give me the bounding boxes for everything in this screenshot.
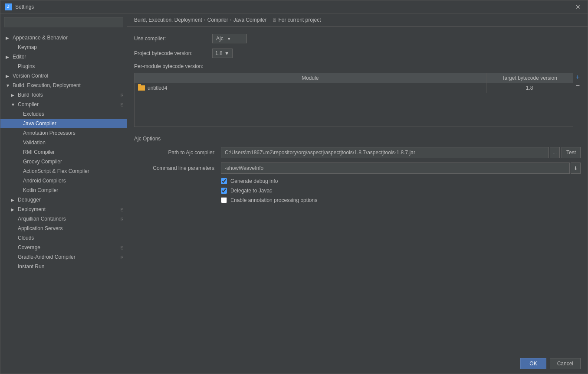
checkbox-label-enable-annotation: Enable annotation processing options: [230, 197, 317, 203]
sidebar-item-java-compiler[interactable]: Java Compiler: [0, 119, 127, 128]
sidebar-item-application-servers[interactable]: Application Servers: [0, 224, 127, 233]
sidebar-item-label: Annotation Processors: [23, 130, 76, 136]
insert-icon: ⬇: [574, 166, 578, 171]
breadcrumb-part3: Java Compiler: [233, 17, 267, 23]
sidebar-item-kotlin-compiler[interactable]: Kotlin Compiler: [0, 185, 127, 195]
sidebar-item-label: Appearance & Behavior: [13, 35, 68, 41]
checkbox-generate-debug[interactable]: [221, 178, 227, 184]
nav-arrow: ▼: [6, 83, 11, 88]
sidebar-item-label: Version Control: [13, 73, 48, 79]
sidebar-item-label: Deployment: [18, 206, 46, 212]
checkbox-delegate-javac[interactable]: [221, 188, 227, 194]
sidebar-item-label: Arquillian Containers: [18, 216, 66, 222]
sidebar-item-label: Java Compiler: [23, 120, 56, 127]
test-button[interactable]: Test: [562, 147, 581, 158]
remove-module-button[interactable]: −: [575, 81, 581, 90]
sidebar-item-arquillian-containers[interactable]: Arquillian Containers⎘: [0, 214, 127, 224]
sidebar-item-label: Compiler: [18, 101, 39, 107]
bytecode-version-select[interactable]: 1.8 ▼: [212, 49, 233, 58]
sidebar-item-actionscript-flex-compiler[interactable]: ActionScript & Flex Compiler: [0, 166, 127, 176]
close-button[interactable]: ✕: [573, 3, 583, 11]
ajc-path-input[interactable]: [221, 147, 549, 158]
checkbox-row-delegate-javac: Delegate to Javac: [134, 188, 581, 194]
ok-button[interactable]: OK: [520, 358, 546, 369]
project-icon: 🖥: [272, 17, 276, 23]
sidebar-item-debugger[interactable]: ▶Debugger: [0, 195, 127, 205]
cmdline-row: Command line parameters: ⬇: [134, 163, 581, 174]
ajc-path-label: Path to Ajc compiler:: [134, 150, 221, 156]
folder-icon: [138, 85, 145, 91]
nav-arrow: ▼: [11, 102, 16, 107]
nav-tree: ▶Appearance & BehaviorKeymap▶EditorPlugi…: [0, 31, 127, 353]
breadcrumb-sep2: ›: [230, 17, 232, 23]
sidebar-item-keymap[interactable]: Keymap: [0, 42, 127, 52]
sidebar-item-instant-run[interactable]: Instant Run: [0, 262, 127, 271]
table-header: Module Target bytecode version: [135, 73, 573, 83]
nav-arrow: ▶: [11, 93, 16, 98]
search-input[interactable]: [4, 17, 123, 27]
checkbox-label-delegate-javac: Delegate to Javac: [230, 188, 272, 194]
nav-arrow: ▶: [11, 207, 16, 212]
module-table-container: Module Target bytecode version untitled4: [134, 73, 573, 132]
insert-macro-button[interactable]: ⬇: [571, 163, 581, 174]
main-panel: Build, Execution, Deployment › Compiler …: [127, 13, 588, 353]
sidebar-item-version-control[interactable]: ▶Version Control: [0, 71, 127, 81]
sidebar: ▶Appearance & BehaviorKeymap▶EditorPlugi…: [0, 13, 127, 353]
sidebar-item-excludes[interactable]: Excludes: [0, 109, 127, 119]
sidebar-item-build-tools[interactable]: ▶Build Tools⎘: [0, 90, 127, 100]
sidebar-item-label: Clouds: [18, 235, 34, 241]
nav-arrow: ▶: [6, 74, 11, 78]
cmd-input-wrapper: ⬇: [221, 163, 581, 174]
breadcrumb-part2: Compiler: [207, 17, 228, 23]
browse-button[interactable]: ...: [550, 147, 560, 158]
use-compiler-value: Ajc: [216, 36, 223, 42]
sidebar-item-rmi-compiler[interactable]: RMI Compiler: [0, 147, 127, 157]
nav-arrow: ▶: [11, 198, 16, 202]
add-module-button[interactable]: +: [575, 73, 581, 81]
sidebar-item-label: ActionScript & Flex Compiler: [23, 168, 89, 174]
ajc-section-title: Ajc Options: [134, 136, 581, 142]
sidebar-item-label: Gradle-Android Compiler: [18, 254, 76, 260]
sidebar-item-annotation-processors[interactable]: Annotation Processors: [0, 128, 127, 138]
copy-icon: ⎘: [121, 245, 123, 250]
sidebar-item-compiler[interactable]: ▼Compiler⎘: [0, 100, 127, 109]
sidebar-item-editor[interactable]: ▶Editor: [0, 52, 127, 62]
copy-icon: ⎘: [121, 102, 123, 107]
settings-content: Use compiler: Ajc ▼ Project bytecode ver…: [127, 27, 588, 353]
cmdline-label: Command line parameters:: [134, 165, 221, 171]
sidebar-item-label: Kotlin Compiler: [23, 187, 58, 193]
bytecode-version-label: Project bytecode version:: [134, 50, 212, 56]
sidebar-item-appearance-behavior[interactable]: ▶Appearance & Behavior: [0, 33, 127, 42]
copy-icon: ⎘: [121, 217, 123, 221]
checkbox-row-generate-debug: Generate debug info: [134, 178, 581, 184]
table-side-btns: + −: [575, 73, 581, 90]
table-row[interactable]: untitled4 1.8: [135, 83, 573, 93]
footer: OK Cancel: [0, 353, 588, 374]
table-body: untitled4 1.8: [135, 83, 573, 127]
sidebar-item-validation[interactable]: Validation: [0, 138, 127, 147]
sidebar-item-label: Keymap: [18, 44, 37, 50]
sidebar-item-label: Groovy Compiler: [23, 159, 62, 165]
sidebar-item-build-execution-deployment[interactable]: ▼Build, Execution, Deployment: [0, 81, 127, 90]
sidebar-item-coverage[interactable]: Coverage⎘: [0, 243, 127, 252]
sidebar-item-android-compilers[interactable]: Android Compilers: [0, 176, 127, 185]
sidebar-item-gradle-android-compiler[interactable]: Gradle-Android Compiler⎘: [0, 252, 127, 262]
sidebar-item-plugins[interactable]: Plugins: [0, 62, 127, 71]
breadcrumb-sep1: ›: [204, 17, 206, 23]
copy-icon: ⎘: [121, 255, 123, 260]
ajc-path-row: Path to Ajc compiler: ... Test: [134, 147, 581, 158]
cmdline-input[interactable]: [221, 163, 570, 174]
nav-arrow: ▶: [6, 55, 11, 59]
use-compiler-dropdown[interactable]: Ajc ▼: [212, 34, 247, 43]
copy-icon: ⎘: [121, 93, 123, 98]
cancel-button[interactable]: Cancel: [550, 358, 581, 369]
checkbox-enable-annotation[interactable]: [221, 197, 227, 203]
sidebar-item-clouds[interactable]: Clouds: [0, 233, 127, 243]
per-module-label: Per-module bytecode version:: [134, 63, 581, 69]
sidebar-item-groovy-compiler[interactable]: Groovy Compiler: [0, 157, 127, 166]
breadcrumb: Build, Execution, Deployment › Compiler …: [127, 13, 588, 27]
checkboxes-container: Generate debug infoDelegate to JavacEnab…: [134, 178, 581, 203]
sidebar-item-label: Instant Run: [18, 263, 44, 270]
table-row-target: 1.8: [486, 83, 573, 93]
sidebar-item-deployment[interactable]: ▶Deployment⎘: [0, 205, 127, 214]
